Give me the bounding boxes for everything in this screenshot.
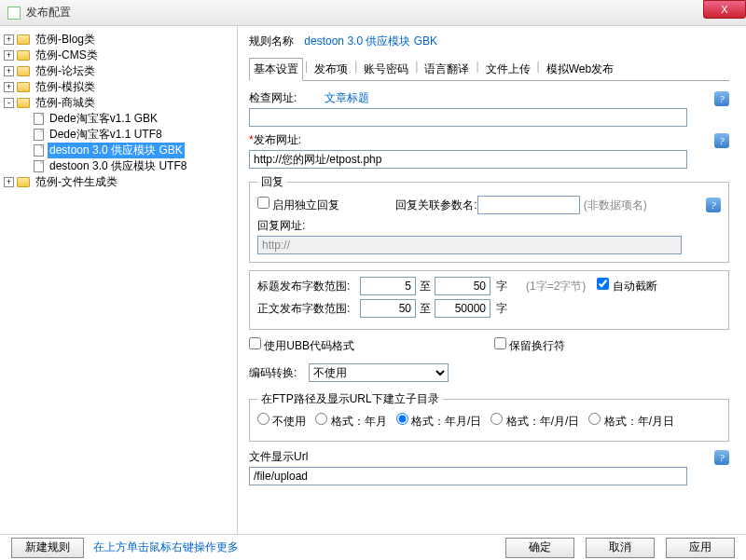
close-button[interactable]: X xyxy=(703,0,746,19)
file-icon xyxy=(34,144,44,157)
ftp-option[interactable]: 格式：年月/日 xyxy=(396,413,482,430)
tree-item-label: 范例-模拟类 xyxy=(34,79,97,95)
tree-item-label: 范例-论坛类 xyxy=(34,63,97,79)
ftp-option[interactable]: 格式：年/月/日 xyxy=(490,413,579,430)
byte-hint: (1字=2字节) xyxy=(526,279,586,294)
tree-item[interactable]: -范例-商城类 xyxy=(4,95,233,111)
reply-param-input[interactable] xyxy=(477,196,580,214)
enable-reply-checkbox[interactable]: 启用独立回复 xyxy=(257,197,339,213)
encode-label: 编码转换: xyxy=(249,365,309,381)
bottom-hint: 在上方单击鼠标右键操作更多 xyxy=(93,540,239,555)
folder-icon xyxy=(17,98,30,108)
title-bar: 发布配置 X xyxy=(0,0,746,26)
tree-item-label: 范例-CMS类 xyxy=(34,48,100,63)
tree-item-label: Dede淘宝客v1.1 GBK xyxy=(48,111,159,127)
reply-legend: 回复 xyxy=(257,174,287,190)
help-icon[interactable]: ? xyxy=(714,450,729,465)
rule-name-value: destoon 3.0 供应模块 GBK xyxy=(304,34,437,48)
tree-item-label: destoon 3.0 供应模块 GBK xyxy=(48,143,185,158)
publish-url-input[interactable] xyxy=(249,150,687,169)
folder-icon xyxy=(17,177,30,187)
folder-icon xyxy=(17,82,30,92)
tree-spacer xyxy=(21,145,31,156)
tab-separator: | xyxy=(303,57,310,80)
tree-item-label: 范例-Blog类 xyxy=(34,32,97,48)
tree-spacer xyxy=(21,130,31,140)
non-data-hint: (非数据项名) xyxy=(584,198,647,213)
tree-item-label: Dede淘宝客v1.1 UTF8 xyxy=(48,127,164,143)
expand-icon[interactable]: + xyxy=(4,82,14,92)
file-icon xyxy=(34,129,44,141)
reply-url-label: 回复网址: xyxy=(257,218,721,234)
expand-icon[interactable]: + xyxy=(4,177,14,187)
title-range-label: 标题发布字数范围: xyxy=(257,279,360,294)
range-group: 标题发布字数范围: 至 字 (1字=2字节) 自动截断 正文发布字数范围: 至 … xyxy=(249,270,729,330)
file-url-input[interactable] xyxy=(249,467,687,485)
ftp-option[interactable]: 不使用 xyxy=(257,413,306,430)
tab-separator: | xyxy=(352,57,359,80)
tab-separator: | xyxy=(413,57,420,80)
folder-icon xyxy=(17,66,30,76)
tab-0[interactable]: 基本设置 xyxy=(249,58,303,81)
tab-separator: | xyxy=(474,57,480,80)
tree-item[interactable]: +范例-论坛类 xyxy=(4,63,233,79)
apply-button[interactable]: 应用 xyxy=(666,538,735,558)
reply-group: 回复 启用独立回复 回复关联参数名: (非数据项名) ? 回复网址: xyxy=(249,174,729,263)
bottom-bar: 新建规则 在上方单击鼠标右键操作更多 确定 取消 应用 xyxy=(0,534,746,560)
ftp-group: 在FTP路径及显示URL下建立子目录 不使用 格式：年月 格式：年月/日 格式：… xyxy=(249,391,729,442)
tab-5[interactable]: 模拟Web发布 xyxy=(542,58,618,81)
reply-param-label: 回复关联参数名: xyxy=(395,198,477,213)
rule-name-row: 规则名称 destoon 3.0 供应模块 GBK xyxy=(249,34,729,49)
title-max-input[interactable] xyxy=(435,277,490,295)
tab-separator: | xyxy=(535,57,542,80)
tab-3[interactable]: 语言翻译 xyxy=(420,58,474,81)
help-icon[interactable]: ? xyxy=(706,198,721,212)
tab-4[interactable]: 文件上传 xyxy=(481,58,535,81)
reply-url-input xyxy=(257,236,682,254)
tree-item-label: destoon 3.0 供应模块 UTF8 xyxy=(48,158,188,174)
check-url-input[interactable] xyxy=(249,108,687,127)
auto-truncate-checkbox[interactable]: 自动截断 xyxy=(597,278,656,294)
file-icon xyxy=(34,160,44,172)
body-min-input[interactable] xyxy=(360,299,416,318)
settings-panel: 规则名称 destoon 3.0 供应模块 GBK 基本设置|发布项|账号密码|… xyxy=(238,26,746,534)
tree-item[interactable]: +范例-CMS类 xyxy=(4,48,233,63)
ftp-option[interactable]: 格式：年月 xyxy=(315,413,386,430)
rule-name-label: 规则名称 xyxy=(249,34,301,49)
ftp-option[interactable]: 格式：年/月日 xyxy=(588,413,674,430)
help-icon[interactable]: ? xyxy=(714,133,729,148)
article-title-link[interactable]: 文章标题 xyxy=(325,90,369,106)
tree-item[interactable]: destoon 3.0 供应模块 GBK xyxy=(4,143,233,158)
tree-item[interactable]: +范例-模拟类 xyxy=(4,79,233,95)
help-icon[interactable]: ? xyxy=(714,91,729,106)
tree-item[interactable]: destoon 3.0 供应模块 UTF8 xyxy=(4,158,233,174)
tree-item-label: 范例-商城类 xyxy=(34,95,97,111)
tab-1[interactable]: 发布项 xyxy=(310,58,352,81)
new-rule-button[interactable]: 新建规则 xyxy=(11,538,84,558)
ok-button[interactable]: 确定 xyxy=(505,538,574,558)
ftp-legend: 在FTP路径及显示URL下建立子目录 xyxy=(257,391,443,407)
expand-icon[interactable]: + xyxy=(4,66,14,76)
title-min-input[interactable] xyxy=(360,277,416,295)
cancel-button[interactable]: 取消 xyxy=(586,538,655,558)
category-tree: +范例-Blog类+范例-CMS类+范例-论坛类+范例-模拟类-范例-商城类De… xyxy=(0,26,238,534)
folder-icon xyxy=(17,50,30,61)
file-url-label: 文件显示Url xyxy=(249,449,308,465)
tree-item[interactable]: Dede淘宝客v1.1 UTF8 xyxy=(4,127,233,143)
tree-item[interactable]: +范例-文件生成类 xyxy=(4,174,233,190)
folder-icon xyxy=(17,34,30,45)
body-max-input[interactable] xyxy=(435,299,490,318)
expand-icon[interactable]: + xyxy=(4,50,14,61)
tree-spacer xyxy=(21,114,31,124)
tree-item[interactable]: Dede淘宝客v1.1 GBK xyxy=(4,111,233,127)
keep-newline-checkbox[interactable]: 保留换行符 xyxy=(494,337,565,354)
body-range-label: 正文发布字数范围: xyxy=(257,301,360,317)
app-icon xyxy=(7,7,21,20)
expand-icon[interactable]: + xyxy=(4,34,14,45)
collapse-icon[interactable]: - xyxy=(4,98,14,108)
tab-2[interactable]: 账号密码 xyxy=(359,58,413,81)
encode-select[interactable]: 不使用 xyxy=(309,363,449,382)
ubb-checkbox[interactable]: 使用UBB代码格式 xyxy=(249,337,354,354)
tabs: 基本设置|发布项|账号密码|语言翻译|文件上传|模拟Web发布 xyxy=(249,57,729,81)
tree-item[interactable]: +范例-Blog类 xyxy=(4,32,233,48)
